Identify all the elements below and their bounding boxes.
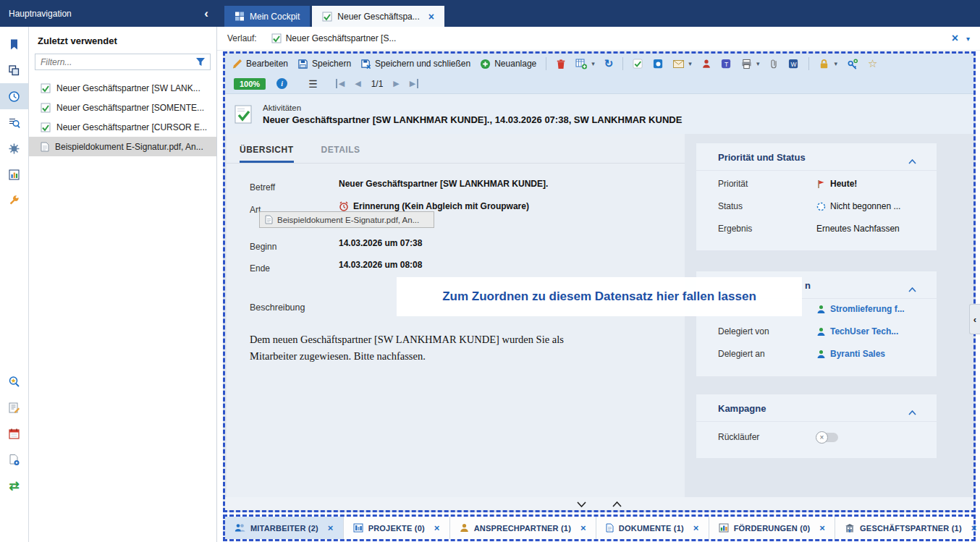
close-icon[interactable]: × [580, 522, 586, 533]
field-value-art: Erinnerung (Kein Abgleich mit Groupware) [339, 201, 529, 211]
list-item-selected[interactable]: Beispieldokument E-Signatur.pdf, An... [29, 137, 216, 156]
person-icon [701, 59, 711, 69]
delete-button[interactable] [556, 59, 566, 69]
last-record-icon[interactable]: ▶ [410, 79, 418, 88]
tools-wrench-icon[interactable] [0, 187, 28, 213]
right-panel-collapse-handle[interactable]: ‹ [969, 304, 980, 334]
close-icon[interactable]: × [434, 522, 440, 533]
tab-label: PROJEKTE (0) [368, 524, 425, 533]
next-record-icon[interactable]: ▶ [393, 79, 399, 88]
record-position: 1/1 [371, 79, 384, 89]
record-header: Aktivitäten Neuer Geschäftspartner [SW L… [225, 94, 973, 134]
modules-gear-icon[interactable] [0, 135, 28, 161]
close-icon[interactable]: × [693, 522, 699, 533]
close-icon[interactable]: × [328, 522, 334, 533]
row-value: Heute! [816, 179, 857, 189]
tab-geschaeftspartner[interactable]: GESCHÄFTSPARTNER (1) × [835, 517, 980, 539]
close-icon[interactable]: × [971, 522, 977, 533]
history-entry[interactable]: Neuer Geschäftspartner [S... [271, 33, 397, 43]
tab-foerderungen[interactable]: FÖRDERUNGEN (0) × [709, 517, 835, 539]
record-link[interactable]: TechUser Tech... [816, 326, 898, 336]
main-navigation-header: Hauptnavigation ‹ [0, 0, 217, 27]
record-title: Neuer Geschäftspartner [SW LANKHMAR KUND… [263, 114, 682, 125]
list-item[interactable]: Neuer Geschäftspartner [CURSOR E... [29, 117, 216, 137]
calendar-icon[interactable] [0, 420, 28, 446]
table-add-button[interactable]: ▾ [575, 58, 595, 69]
link-label: TechUser Tech... [830, 326, 898, 336]
info-icon[interactable]: i [276, 78, 287, 89]
betreff-text: Neuer Geschäftspartner [SW LANKHMAR KUND… [339, 179, 548, 189]
chevron-down-icon: ▾ [688, 60, 692, 67]
close-icon[interactable]: × [819, 522, 825, 533]
contact-button[interactable] [701, 59, 711, 69]
tab-uebersicht[interactable]: ÜBERSICHT [240, 145, 294, 163]
previous-record-icon[interactable]: ◀ [355, 79, 360, 88]
tab-dokumente[interactable]: DOKUMENTE (1) × [596, 517, 709, 539]
attachment-button[interactable] [769, 59, 779, 69]
teams-button[interactable]: T [721, 59, 732, 69]
print-button[interactable]: ▾ [741, 59, 760, 69]
tab-mein-cockpit[interactable]: Mein Cockpit [224, 6, 310, 27]
chevron-down-icon[interactable]: ▾ [966, 35, 970, 43]
tab-mitarbeiter[interactable]: MITARBEITER (2) × [225, 517, 344, 539]
collapse-icon[interactable] [908, 405, 916, 418]
documents-icon [606, 523, 614, 533]
notes-pencil-icon[interactable] [0, 394, 28, 420]
tab-projekte[interactable]: PROJEKTE (0) × [344, 517, 450, 539]
art-text: Erinnerung (Kein Abgleich mit Groupware) [353, 201, 529, 211]
windows-icon[interactable] [0, 57, 28, 83]
save-close-button[interactable]: Speichern und schließen [360, 59, 470, 69]
reports-icon[interactable] [0, 161, 28, 187]
list-item-label: Neuer Geschäftspartner [SOMENTE... [56, 103, 204, 113]
refresh-button[interactable]: ↻ [604, 57, 614, 70]
menu-icon[interactable]: ☰ [308, 78, 318, 90]
edit-button[interactable]: Bearbeiten [232, 59, 288, 69]
toggle-knob: × [816, 431, 828, 444]
close-icon[interactable]: × [428, 11, 434, 22]
chevron-up-icon[interactable] [612, 497, 622, 510]
document-settings-icon[interactable] [0, 446, 28, 473]
favorite-button[interactable]: ☆ [868, 57, 877, 70]
collapse-icon[interactable] [908, 282, 916, 295]
key-add-button[interactable] [847, 59, 858, 69]
zoom-level-badge[interactable]: 100% [234, 78, 266, 90]
bookmark-icon[interactable] [0, 31, 28, 57]
close-icon[interactable]: × [952, 33, 958, 44]
list-item[interactable]: Neuer Geschäftspartner [SW LANK... [29, 78, 216, 98]
teams-icon: T [721, 59, 732, 69]
image-button[interactable] [653, 59, 664, 69]
recent-clock-icon[interactable] [0, 83, 28, 109]
rücklaufer-toggle-off[interactable]: × [816, 433, 838, 442]
bookmark-glyph [8, 38, 20, 51]
filter-input[interactable] [35, 57, 191, 67]
windows-glyph [8, 64, 20, 77]
first-record-icon[interactable]: ◀ [336, 79, 345, 88]
list-item-label: Neuer Geschäftspartner [CURSOR E... [56, 122, 207, 132]
chevron-down-icon[interactable] [577, 497, 586, 510]
search-list-icon[interactable] [0, 109, 28, 135]
activity-check-icon [41, 83, 51, 93]
new-record-button[interactable]: Neuanlage [480, 59, 536, 69]
search-star-icon[interactable] [0, 368, 28, 394]
word-icon: W [788, 59, 799, 69]
row-value: Nicht begonnen ... [816, 201, 900, 211]
email-button[interactable]: ▾ [673, 60, 692, 68]
key-add-icon [847, 59, 858, 69]
record-link[interactable]: Stromlieferung f... [816, 304, 905, 314]
tab-neuer-geschaeftspartner[interactable]: Neuer Geschäftspa... × [312, 6, 444, 27]
record-link[interactable]: Byranti Sales [816, 349, 885, 359]
collapse-sidebar-icon[interactable]: ‹ [204, 7, 208, 20]
word-button[interactable]: W [788, 59, 799, 69]
approve-button[interactable] [633, 59, 643, 69]
save-button[interactable]: Speichern [297, 59, 351, 69]
tab-details[interactable]: DETAILS [321, 145, 360, 163]
new-record-label: Neuanlage [494, 59, 536, 69]
trash-icon [556, 59, 566, 69]
filter-funnel-icon[interactable] [191, 57, 210, 67]
tab-ansprechpartner[interactable]: ANSPRECHPARTNER (1) × [450, 517, 596, 539]
collapse-icon[interactable] [908, 154, 916, 167]
list-item[interactable]: Neuer Geschäftspartner [SOMENTE... [29, 98, 216, 117]
sync-arrows-icon[interactable]: ⇄ [0, 473, 28, 499]
permissions-button[interactable]: ▾ [819, 59, 837, 69]
history-bar: Verlauf: Neuer Geschäftspartner [S... × … [217, 27, 980, 51]
